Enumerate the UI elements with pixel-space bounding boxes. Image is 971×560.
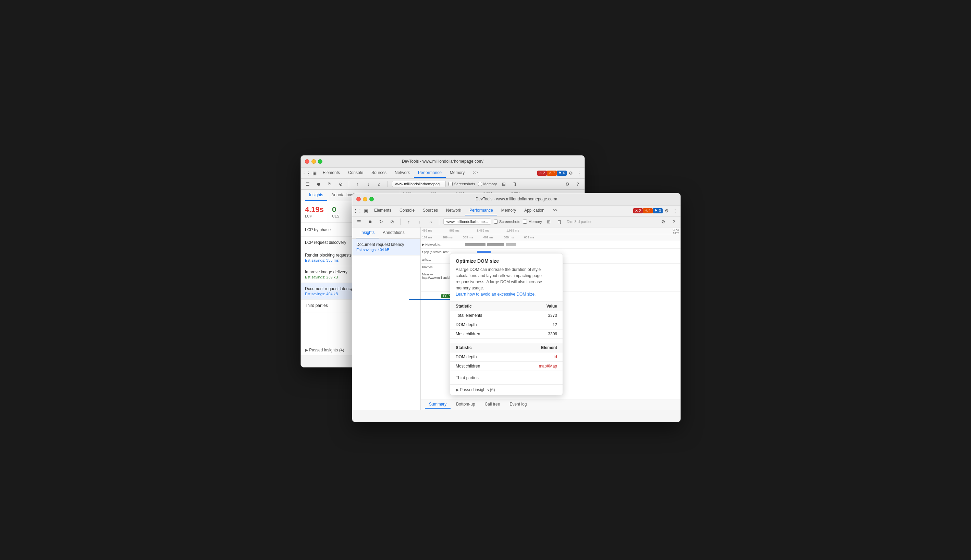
front-sub-t4: 589 ms bbox=[504, 236, 514, 239]
back-tab-network[interactable]: Network bbox=[390, 168, 414, 178]
front-ruler-t2: 1,489 ms bbox=[477, 229, 489, 232]
front-settings-icon[interactable]: ⚙ bbox=[662, 207, 671, 215]
back-tab-more[interactable]: >> bbox=[469, 168, 482, 178]
front-upload-icon[interactable]: ↑ bbox=[405, 217, 413, 226]
front-tab-elements[interactable]: Elements bbox=[370, 206, 395, 215]
front-network-label: ▶ Network ic... bbox=[422, 243, 463, 246]
back-memory-check[interactable]: Memory bbox=[478, 182, 497, 186]
front-tab-network[interactable]: Network bbox=[442, 206, 465, 215]
overlay-passed-insights[interactable]: ▶ Passed insights (6) bbox=[450, 384, 562, 395]
front-bottom-tab-summary[interactable]: Summary bbox=[425, 400, 450, 408]
back-warning-badge: ⚠ 7 bbox=[547, 170, 557, 176]
front-tab-console[interactable]: Console bbox=[395, 206, 419, 215]
front-inspector-icon[interactable]: ⋮⋮ bbox=[354, 207, 362, 215]
optimize-dom-period: . bbox=[534, 292, 536, 297]
front-devtools-window: DevTools - www.milliondollarhomepage.com… bbox=[352, 193, 681, 422]
back-refresh-icon[interactable]: ↻ bbox=[325, 180, 334, 188]
front-tab-performance[interactable]: Performance bbox=[465, 206, 497, 215]
back-download-icon[interactable]: ↓ bbox=[364, 180, 372, 188]
back-window-title: DevTools - www.milliondollarhomepage.com… bbox=[305, 159, 581, 164]
back-cls-label: CLS bbox=[332, 214, 339, 218]
front-url-badge[interactable]: www.milliondollarhome... bbox=[443, 218, 491, 225]
back-tab-elements[interactable]: Elements bbox=[319, 168, 344, 178]
back-split-icon[interactable]: ⇅ bbox=[511, 180, 519, 188]
front-more-icon[interactable]: ⋮ bbox=[671, 207, 679, 215]
back-inspector-icon[interactable]: ⋮⋮ bbox=[302, 169, 310, 177]
front-network-track: ▶ Network ic... bbox=[421, 241, 681, 249]
front-tab-application[interactable]: Application bbox=[520, 206, 549, 215]
front-insights-tab[interactable]: Insights bbox=[356, 227, 379, 238]
front-record-icon[interactable]: ⏺ bbox=[366, 217, 374, 226]
back-traffic-lights bbox=[305, 159, 322, 164]
front-sidebar-icon[interactable]: ☰ bbox=[355, 217, 363, 226]
front-close-button[interactable] bbox=[356, 197, 361, 202]
front-window-title: DevTools - www.milliondollarhomepage.com… bbox=[356, 197, 676, 202]
front-memory-check[interactable]: Memory bbox=[523, 220, 542, 224]
back-url-badge[interactable]: www.milliondollarhomepag... bbox=[392, 181, 446, 187]
optimize-dom-link[interactable]: Learn how to avoid an excessive DOM size bbox=[456, 292, 534, 297]
front-bottom-tab-eventlog[interactable]: Event log bbox=[506, 400, 531, 408]
front-insights-tabs: Insights Annotations bbox=[352, 227, 420, 239]
front-gear-icon[interactable]: ⚙ bbox=[659, 217, 667, 226]
front-download-icon[interactable]: ↓ bbox=[415, 217, 424, 226]
back-insights-tab[interactable]: Insights bbox=[305, 190, 327, 201]
front-clear-icon[interactable]: ⊘ bbox=[388, 217, 396, 226]
front-maximize-button[interactable] bbox=[369, 197, 374, 202]
back-gear-icon[interactable]: ⚙ bbox=[563, 180, 572, 188]
front-screenshot-icon[interactable]: ⊞ bbox=[545, 217, 553, 226]
front-ruler-t0: 489 ms bbox=[422, 229, 432, 232]
back-sidebar-icon[interactable]: ☰ bbox=[304, 180, 312, 188]
front-help-icon[interactable]: ? bbox=[669, 217, 678, 226]
front-ruler-t1: 989 ms bbox=[449, 229, 460, 232]
back-lcp-label: LCP bbox=[305, 214, 324, 218]
front-annotations-tab[interactable]: Annotations bbox=[379, 227, 409, 238]
front-sub-t3: 489 ms bbox=[484, 236, 494, 239]
overlay-third-parties[interactable]: Third parties bbox=[450, 371, 562, 384]
back-tab-sources[interactable]: Sources bbox=[367, 168, 390, 178]
back-tab-console[interactable]: Console bbox=[344, 168, 367, 178]
front-split-icon[interactable]: ⇅ bbox=[556, 217, 564, 226]
front-sub-t2: 389 ms bbox=[463, 236, 473, 239]
back-lcp-value: 4.19s bbox=[305, 205, 324, 214]
back-more-icon[interactable]: ⋮ bbox=[575, 169, 583, 177]
back-upload-icon[interactable]: ↑ bbox=[353, 180, 362, 188]
overlay-table2-row1: Most children map#Map bbox=[450, 361, 562, 371]
front-toolbar2: ☰ ⏺ ↻ ⊘ ↑ ↓ ⌂ www.milliondollarhome... S… bbox=[352, 217, 681, 227]
front-device-icon[interactable]: ▣ bbox=[362, 207, 370, 215]
back-help-icon[interactable]: ? bbox=[574, 180, 582, 188]
overlay-t1-stat0: Total elements bbox=[450, 311, 522, 320]
front-refresh-icon[interactable]: ↻ bbox=[377, 217, 385, 226]
back-screenshot-icon[interactable]: ⊞ bbox=[500, 180, 508, 188]
front-insight-doc-latency[interactable]: Document request latency Est savings: 40… bbox=[352, 239, 420, 255]
optimize-dom-panel: Optimize DOM size A large DOM can increa… bbox=[450, 253, 563, 395]
back-close-button[interactable] bbox=[305, 159, 309, 164]
back-clear-icon[interactable]: ⊘ bbox=[337, 180, 345, 188]
back-tab-memory[interactable]: Memory bbox=[446, 168, 469, 178]
back-minimize-button[interactable] bbox=[312, 159, 316, 164]
front-net-bar2 bbox=[487, 243, 504, 246]
back-settings-icon[interactable]: ⚙ bbox=[567, 169, 575, 177]
back-tab-performance[interactable]: Performance bbox=[414, 168, 446, 178]
back-device-icon[interactable]: ▣ bbox=[310, 169, 319, 177]
back-cls-metric: 0 CLS bbox=[332, 205, 339, 218]
back-maximize-button[interactable] bbox=[318, 159, 322, 164]
back-screenshots-check[interactable]: Screenshots bbox=[449, 182, 475, 186]
back-record-icon[interactable]: ⏺ bbox=[315, 180, 323, 188]
front-warning-badge: ⚠ 1 bbox=[643, 208, 653, 213]
back-home-icon[interactable]: ⌂ bbox=[375, 180, 384, 188]
front-gear-area: ⚙ ? bbox=[659, 217, 678, 226]
back-tab-bar: ⋮⋮ ▣ Elements Console Sources Network Pe… bbox=[301, 168, 584, 179]
front-screenshots-check[interactable]: Screenshots bbox=[494, 220, 520, 224]
front-bottom-tab-bottomup[interactable]: Bottom-up bbox=[452, 400, 479, 408]
front-minimize-button[interactable] bbox=[363, 197, 367, 202]
overlay-table1-row0: Total elements 3370 bbox=[450, 311, 562, 320]
front-tab-memory[interactable]: Memory bbox=[497, 206, 520, 215]
front-home-icon[interactable]: ⌂ bbox=[427, 217, 435, 226]
front-insight-doc-savings: Est savings: 404 kB bbox=[356, 248, 416, 252]
front-tab-more[interactable]: >> bbox=[549, 206, 562, 215]
front-insight-doc-title: Document request latency bbox=[356, 242, 416, 247]
overlay-table1-row1: DOM depth 12 bbox=[450, 320, 562, 329]
front-bottom-tab-calltree[interactable]: Call tree bbox=[481, 400, 504, 408]
front-bottom-tabs: Summary Bottom-up Call tree Event log bbox=[421, 399, 681, 410]
front-tab-sources[interactable]: Sources bbox=[419, 206, 442, 215]
